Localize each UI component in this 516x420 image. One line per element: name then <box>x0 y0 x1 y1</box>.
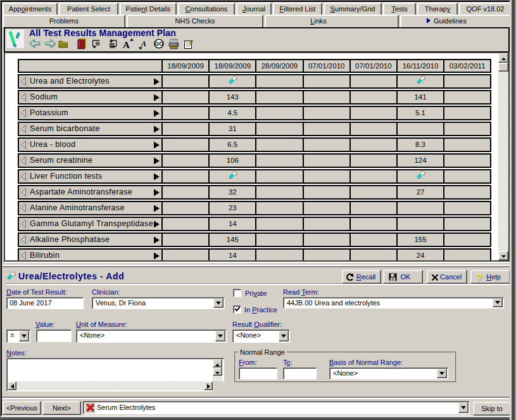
svg-text:GO: GO <box>154 41 163 47</box>
svg-text:A: A <box>141 39 146 48</box>
svg-text:A: A <box>123 40 130 50</box>
